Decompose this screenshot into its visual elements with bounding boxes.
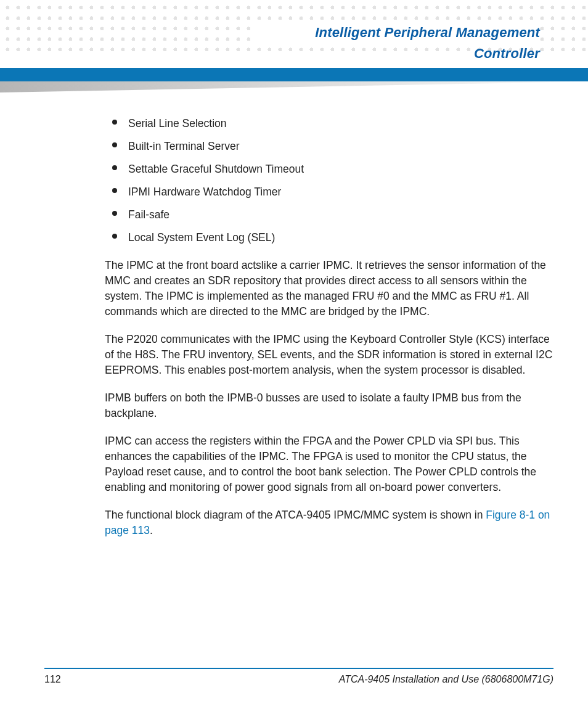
bullet-text: Serial Line Selection (128, 117, 227, 129)
bullet-text: Local System Event Log (SEL) (128, 231, 275, 244)
paragraph-text: The functional block diagram of the ATCA… (105, 509, 486, 521)
body-paragraph: IPMB buffers on both the IPMB-0 busses a… (105, 390, 553, 421)
list-item: Built-in Terminal Server (105, 135, 553, 158)
footer-rule (44, 668, 553, 669)
list-item: Local System Event Log (SEL) (105, 226, 553, 249)
page-content: Serial Line Selection Built-in Terminal … (105, 112, 553, 551)
document-title-footer: ATCA-9405 Installation and Use (6806800M… (339, 674, 553, 685)
paragraph-text: . (150, 524, 153, 536)
bullet-text: Settable Graceful Shutdown Timeout (128, 163, 304, 175)
list-item: Fail-safe (105, 203, 553, 226)
list-item: IPMI Hardware Watchdog Timer (105, 181, 553, 203)
page-number: 112 (44, 674, 61, 685)
body-paragraph: The IPMC at the front board actslike a c… (105, 258, 553, 319)
chapter-title: Intelligent Peripheral Management Contro… (256, 22, 540, 64)
body-paragraph: IPMC can access the registers within the… (105, 433, 553, 495)
body-paragraph: The P2020 communicates with the IPMC usi… (105, 332, 553, 378)
body-paragraph: The functional block diagram of the ATCA… (105, 507, 553, 538)
bullet-text: IPMI Hardware Watchdog Timer (128, 186, 281, 198)
bullet-text: Built-in Terminal Server (128, 140, 240, 152)
header-rule-bar (0, 68, 588, 81)
feature-bullet-list: Serial Line Selection Built-in Terminal … (105, 112, 553, 249)
header-shadow (0, 81, 588, 92)
bullet-text: Fail-safe (128, 208, 169, 221)
list-item: Serial Line Selection (105, 112, 553, 135)
list-item: Settable Graceful Shutdown Timeout (105, 158, 553, 181)
